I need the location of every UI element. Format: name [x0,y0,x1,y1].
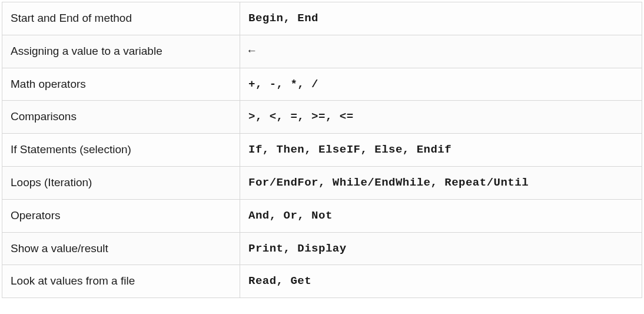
table-row: Start and End of method Begin, End [2,2,642,35]
code-cell: Read, Get [240,265,642,298]
table-row: Loops (Iteration) For/EndFor, While/EndW… [2,166,642,199]
description-cell: Show a value/result [2,232,240,265]
table-row: If Statements (selection) If, Then, Else… [2,134,642,167]
code-cell: Print, Display [240,232,642,265]
code-cell: ← [240,35,642,68]
description-cell: Operators [2,199,240,232]
code-cell: If, Then, ElseIF, Else, Endif [240,134,642,167]
table-row: Look at values from a file Read, Get [2,265,642,298]
table-row: Assigning a value to a variable ← [2,35,642,68]
description-cell: Look at values from a file [2,265,240,298]
code-cell: Begin, End [240,2,642,35]
table-row: Operators And, Or, Not [2,199,642,232]
description-cell: Math operators [2,68,240,101]
description-cell: Assigning a value to a variable [2,35,240,68]
code-cell: >, <, =, >=, <= [240,101,642,134]
table-row: Comparisons >, <, =, >=, <= [2,101,642,134]
description-cell: Start and End of method [2,2,240,35]
description-cell: Loops (Iteration) [2,166,240,199]
code-cell: +, -, *, / [240,68,642,101]
table-row: Math operators +, -, *, / [2,68,642,101]
code-cell: And, Or, Not [240,199,642,232]
description-cell: Comparisons [2,101,240,134]
pseudocode-reference-table: Start and End of method Begin, End Assig… [2,2,642,298]
code-cell: For/EndFor, While/EndWhile, Repeat/Until [240,166,642,199]
table-row: Show a value/result Print, Display [2,232,642,265]
description-cell: If Statements (selection) [2,134,240,167]
